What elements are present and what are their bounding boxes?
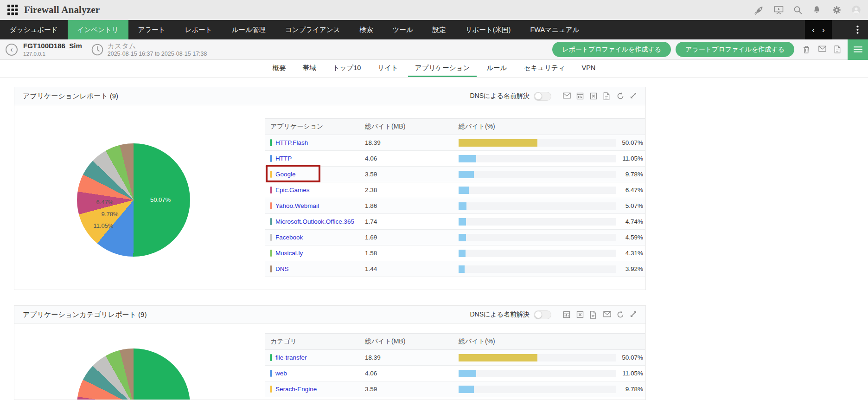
expand-icon[interactable] xyxy=(630,311,637,318)
table-row[interactable]: Facebook 1.69 4.59% xyxy=(265,230,645,245)
pdf-icon[interactable] xyxy=(590,311,597,318)
item-name-link[interactable]: HTTP.Flash xyxy=(275,139,365,146)
column-header: 総バイト(MB) xyxy=(365,123,459,131)
item-name-link[interactable]: Facebook xyxy=(275,234,365,241)
total-bytes-pct-value: 11.05% xyxy=(616,155,645,162)
total-bytes-mb-value: 4.06 xyxy=(365,155,459,162)
rocket-icon[interactable] xyxy=(754,6,763,14)
report-icon[interactable] xyxy=(563,311,570,318)
expand-icon[interactable] xyxy=(630,92,637,100)
dns-resolve-label: DNSによる名前解決 xyxy=(470,310,530,319)
nav-more-kebab-icon[interactable] xyxy=(847,20,868,39)
device-info: FGT100D186_Sim 127.0.0.1 xyxy=(23,42,82,57)
total-bytes-pct-value: 4.74% xyxy=(616,218,645,225)
table-row[interactable]: Microsoft.Outlook.Office.365 1.74 4.74% xyxy=(265,214,645,230)
tab-サイト[interactable]: サイト xyxy=(370,60,405,77)
search-icon[interactable] xyxy=(793,6,802,14)
table-row[interactable]: Epic.Games 2.38 6.47% xyxy=(265,182,645,198)
application-category-report-header: アプリケーションカテゴリレポート (9) DNSによる名前解決 xyxy=(14,306,645,324)
item-name-link[interactable]: Google xyxy=(275,171,365,178)
total-bytes-mb-value: 3.59 xyxy=(365,386,459,393)
total-bytes-pct-value: 3.92% xyxy=(616,265,645,272)
tab-VPN[interactable]: VPN xyxy=(574,60,602,77)
nav-item-アラート[interactable]: アラート xyxy=(128,20,175,39)
dns-resolve-toggle[interactable] xyxy=(534,92,551,101)
table-row[interactable]: Yahoo.Webmail 1.86 5.07% xyxy=(265,198,645,214)
table-row[interactable]: Musical.ly 1.58 4.31% xyxy=(265,245,645,261)
application-pie-chart[interactable]: 50.07%11.05%9.78%6.47% xyxy=(77,143,190,257)
nav-item-レポート[interactable]: レポート xyxy=(175,20,222,39)
table-row[interactable]: HTTP.Flash 18.39 50.07% xyxy=(265,135,645,151)
nav-item-検索[interactable]: 検索 xyxy=(350,20,383,39)
report-tabbar: 概要帯域トップ10サイトアプリケーションルールセキュリティVPN xyxy=(0,60,868,77)
percent-bar xyxy=(459,187,616,194)
tab-概要[interactable]: 概要 xyxy=(266,60,293,77)
nav-item-FWAマニュアル[interactable]: FWAマニュアル xyxy=(520,20,589,39)
nav-item-ダッシュボード[interactable]: ダッシュボード xyxy=(0,20,68,39)
tab-アプリケーション[interactable]: アプリケーション xyxy=(408,60,477,77)
item-name-link[interactable]: HTTP xyxy=(275,155,365,162)
total-bytes-pct-value: 11.05% xyxy=(616,370,645,377)
application-table: アプリケーション総バイト(MB)総バイト(%) HTTP.Flash 18.39… xyxy=(265,118,645,277)
application-category-report-body: カテゴリ総バイト(MB)総バイト(%) file-transfer 18.39 … xyxy=(14,324,645,400)
pdf-icon[interactable] xyxy=(603,92,610,100)
table-row[interactable]: HTTP 4.06 11.05% xyxy=(265,151,645,167)
total-bytes-mb-value: 1.74 xyxy=(365,218,459,225)
total-bytes-mb-value: 18.39 xyxy=(365,139,459,146)
refresh-icon[interactable] xyxy=(617,311,624,318)
mail-icon[interactable] xyxy=(818,45,826,54)
application-report-header: アプリケーションレポート (9) DNSによる名前解決 xyxy=(14,87,645,105)
item-name-link[interactable]: Musical.ly xyxy=(275,250,365,257)
nav-prev-button[interactable]: ‹ xyxy=(812,26,815,34)
application-category-report-section: アプリケーションカテゴリレポート (9) DNSによる名前解決 カテゴリ総バイト… xyxy=(14,305,646,400)
mail-icon[interactable] xyxy=(563,92,570,100)
table-header: アプリケーション総バイト(MB)総バイト(%) xyxy=(265,118,645,135)
table-row[interactable]: Serach-Engine 3.59 9.78% xyxy=(265,381,645,397)
back-button[interactable]: ‹ xyxy=(6,44,18,56)
refresh-icon[interactable] xyxy=(617,92,624,100)
gear-icon[interactable] xyxy=(832,6,841,14)
user-avatar[interactable] xyxy=(852,6,861,14)
item-name-link[interactable]: Yahoo.Webmail xyxy=(275,202,365,209)
item-name-link[interactable]: Serach-Engine xyxy=(275,386,365,393)
percent-bar-fill xyxy=(459,202,466,210)
table-row[interactable]: web 4.06 11.05% xyxy=(265,366,645,381)
nav-item-サポート(米国)[interactable]: サポート(米国) xyxy=(456,20,521,39)
table-row[interactable]: Google 3.59 9.78% xyxy=(265,167,645,182)
bell-icon[interactable] xyxy=(813,6,822,14)
item-name-link[interactable]: Microsoft.Outlook.Office.365 xyxy=(275,218,365,225)
nav-item-インベントリ[interactable]: インベントリ xyxy=(68,20,128,39)
pdf-icon[interactable] xyxy=(834,45,842,54)
report-icon[interactable] xyxy=(576,92,583,100)
tab-帯域[interactable]: 帯域 xyxy=(296,60,323,77)
percent-bar xyxy=(459,155,616,162)
trash-icon[interactable] xyxy=(803,45,811,54)
item-name-link[interactable]: web xyxy=(275,370,365,377)
nav-item-ツール[interactable]: ツール xyxy=(383,20,423,39)
nav-item-設定[interactable]: 設定 xyxy=(423,20,456,39)
dns-resolve-toggle[interactable] xyxy=(534,310,551,319)
item-name-link[interactable]: Epic.Games xyxy=(275,187,365,194)
category-pie-chart[interactable] xyxy=(77,348,190,400)
tab-セキュリティ[interactable]: セキュリティ xyxy=(517,60,572,77)
item-name-link[interactable]: file-transfer xyxy=(275,354,365,361)
series-color-tick xyxy=(270,354,272,361)
hamburger-menu-icon[interactable] xyxy=(848,39,868,60)
nav-next-button[interactable]: › xyxy=(822,26,825,34)
tab-ルール[interactable]: ルール xyxy=(479,60,514,77)
excel-icon[interactable] xyxy=(576,311,583,318)
percent-bar-fill xyxy=(459,265,465,273)
presentation-icon[interactable] xyxy=(774,6,783,14)
excel-icon[interactable] xyxy=(590,92,597,100)
item-name-link[interactable]: DNS xyxy=(275,265,365,272)
nav-item-コンプライアンス[interactable]: コンプライアンス xyxy=(275,20,350,39)
create-report-profile-button[interactable]: レポートプロファイルを作成する xyxy=(552,42,671,57)
apps-grid-icon[interactable] xyxy=(7,5,18,15)
table-row[interactable]: file-transfer 18.39 50.07% xyxy=(265,350,645,366)
table-row[interactable]: DNS 1.44 3.92% xyxy=(265,261,645,277)
tab-トップ10[interactable]: トップ10 xyxy=(326,60,368,77)
create-alert-profile-button[interactable]: アラートプロファイルを作成する xyxy=(676,42,794,57)
time-selector[interactable]: カスタム 2025-08-15 16:37 to 2025-08-15 17:3… xyxy=(108,41,207,58)
mail-icon[interactable] xyxy=(603,311,610,318)
nav-item-ルール管理[interactable]: ルール管理 xyxy=(222,20,275,39)
